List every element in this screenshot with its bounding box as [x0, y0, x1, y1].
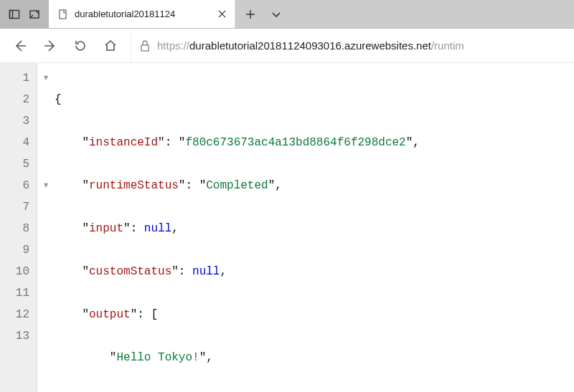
svg-rect-4 — [141, 45, 149, 51]
fold-caret-icon[interactable]: ▾ — [41, 175, 51, 196]
tabs-dropdown-button[interactable] — [264, 0, 288, 29]
close-tab-icon[interactable] — [216, 9, 227, 20]
title-bar: durabletutorial20181124 — [0, 0, 574, 29]
line-number: 11 — [0, 282, 29, 304]
browser-tab[interactable]: durabletutorial20181124 — [49, 0, 235, 28]
nav-bar: https://durabletutorial20181124093016.az… — [0, 29, 574, 63]
window-sys-buttons — [0, 0, 49, 28]
code-line: "runtimeStatus": "Completed", — [55, 175, 420, 196]
json-viewer: 1 2 3 4 5 6 7 8 9 10 11 12 13 ▾ ▾ { "ins… — [0, 63, 574, 392]
url-path: /runtim — [431, 39, 464, 52]
back-button[interactable] — [7, 33, 33, 59]
line-number: 2 — [0, 89, 29, 110]
page-icon — [57, 9, 69, 20]
svg-rect-1 — [10, 10, 13, 18]
line-number: 4 — [0, 132, 29, 153]
code-area[interactable]: { "instanceId": "f80c673673ac4a13bd8864f… — [55, 63, 420, 392]
address-bar[interactable]: https://durabletutorial20181124093016.az… — [131, 29, 567, 62]
forward-button[interactable] — [37, 33, 63, 59]
code-line: "input": null, — [55, 218, 420, 239]
home-button[interactable] — [98, 33, 123, 59]
line-number: 13 — [0, 325, 29, 347]
line-number: 5 — [0, 153, 29, 175]
line-number: 3 — [0, 110, 29, 132]
url-text: https://durabletutorial20181124093016.az… — [157, 39, 464, 52]
line-number: 8 — [0, 218, 29, 239]
line-number: 10 — [0, 261, 29, 282]
fold-column: ▾ ▾ — [37, 63, 55, 392]
line-number: 6 — [0, 175, 29, 196]
svg-rect-3 — [60, 10, 66, 19]
tabs-list-icon[interactable] — [24, 0, 44, 29]
fold-caret-icon[interactable]: ▾ — [41, 67, 51, 89]
code-line: "output": [ — [55, 304, 420, 325]
url-scheme: https:// — [157, 39, 189, 52]
lock-icon — [140, 40, 150, 52]
line-number: 12 — [0, 304, 29, 325]
line-number: 1 — [0, 67, 29, 89]
code-line: "customStatus": null, — [55, 261, 420, 282]
tab-aside-icon[interactable] — [4, 0, 24, 29]
tab-actions — [235, 0, 291, 28]
url-host: durabletutorial20181124093016.azurewebsi… — [189, 39, 431, 52]
line-number: 9 — [0, 239, 29, 261]
code-line: "Hello Tokyo!", — [55, 347, 420, 368]
code-line: "instanceId": "f80c673673ac4a13bd8864f6f… — [55, 132, 420, 153]
line-number: 7 — [0, 196, 29, 218]
code-line: { — [55, 89, 420, 110]
line-gutter: 1 2 3 4 5 6 7 8 9 10 11 12 13 — [0, 63, 37, 392]
new-tab-button[interactable] — [238, 0, 263, 29]
refresh-button[interactable] — [67, 33, 93, 59]
tab-title: durabletutorial20181124 — [75, 9, 210, 19]
svg-rect-0 — [10, 10, 19, 18]
